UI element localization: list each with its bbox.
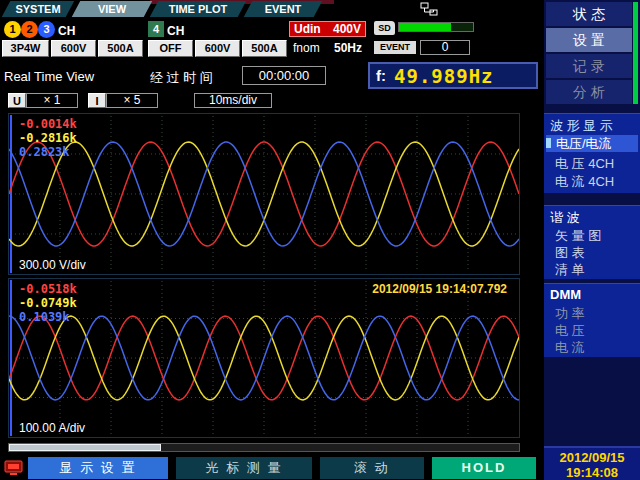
u-scale-value[interactable]: × 1 xyxy=(26,93,78,108)
current-value-ch3: 0.1039k xyxy=(19,310,70,324)
tab-event[interactable]: EVENT xyxy=(244,1,323,17)
elapsed-time-label: 经 过 时 间 xyxy=(150,69,213,87)
ch4-indicator: 4 xyxy=(148,21,164,37)
dmm-section: DMM 功 率 电 压 电 流 xyxy=(544,283,640,357)
dmm-section-title: DMM xyxy=(550,287,581,302)
timebase-value[interactable]: 10ms/div xyxy=(194,93,272,108)
ch2-indicator: 2 xyxy=(21,21,38,38)
sidebar-item-voltage-4ch[interactable]: 电 压 4CH xyxy=(555,155,614,173)
sidebar-item-analysis[interactable]: 分 析 xyxy=(546,80,632,104)
tab-system[interactable]: SYSTEM xyxy=(2,1,75,17)
sidebar-item-current-4ch[interactable]: 电 流 4CH xyxy=(555,173,614,191)
waveform-section-title: 波 形 显 示 xyxy=(550,117,613,135)
u-scale-button[interactable]: U xyxy=(8,93,26,108)
voltage-value-ch1: -0.0014k xyxy=(19,117,77,131)
current-value-ch2: -0.0749k xyxy=(19,296,77,310)
scrollbar-thumb[interactable] xyxy=(9,444,161,451)
ch4-current-button: 500A xyxy=(242,40,287,57)
waveform-display-section: 波 形 显 示 电压/电流 电 压 4CH 电 流 4CH xyxy=(544,113,640,193)
memory-gauge-fill xyxy=(399,23,451,31)
bottom-button-display-settings[interactable]: 显 示 设 置 xyxy=(28,457,168,479)
sidebar-item-graph[interactable]: 图 表 xyxy=(555,244,585,262)
ch3-indicator: 3 xyxy=(38,21,55,38)
frequency-display: f: 49.989Hz xyxy=(368,62,538,89)
waveform-scrollbar[interactable] xyxy=(8,443,520,452)
sidebar: 状 态 设 置 记 录 分 析 波 形 显 示 电压/电流 电 压 4CH 电 … xyxy=(544,0,640,480)
frequency-value: 49.989Hz xyxy=(394,65,494,87)
elapsed-time-value: 00:00:00 xyxy=(242,66,326,85)
sidebar-item-settings[interactable]: 设 置 xyxy=(546,28,632,52)
sidebar-accent-bar xyxy=(633,2,638,104)
ch123-label: CH xyxy=(58,24,75,38)
bottom-button-cursor-measure[interactable]: 光 标 测 量 xyxy=(176,457,312,479)
current-range-button: 500A xyxy=(98,40,143,57)
voltage-div-label: 300.00 V/div xyxy=(19,258,86,272)
current-waveform-plot: -0.0518k -0.0749k 0.1039k 2012/09/15 19:… xyxy=(8,278,520,438)
fnom-label: fnom xyxy=(293,41,320,55)
event-tag: EVENT xyxy=(374,41,416,54)
voltage-waveform-svg xyxy=(9,114,519,274)
sidebar-item-current[interactable]: 电 流 xyxy=(555,339,585,357)
sidebar-item-voltage-current[interactable]: 电压/电流 xyxy=(546,135,638,152)
network-icon xyxy=(420,2,438,16)
tab-view-label: VIEW xyxy=(76,1,148,17)
bottom-button-scroll[interactable]: 滚 动 xyxy=(320,457,424,479)
i-scale-value[interactable]: × 5 xyxy=(106,93,158,108)
ch4-voltage-button: 600V xyxy=(195,40,240,57)
selection-cursor-icon xyxy=(546,138,551,148)
sidebar-item-list[interactable]: 清 单 xyxy=(555,261,585,279)
sidebar-item-status[interactable]: 状 态 xyxy=(546,2,632,26)
waveform-timestamp: 2012/09/15 19:14:07.792 xyxy=(372,282,507,296)
i-scale-button[interactable]: I xyxy=(88,93,106,108)
current-div-label: 100.00 A/div xyxy=(19,421,85,435)
event-count: 0 xyxy=(420,40,470,55)
clock-date: 2012/09/15 xyxy=(544,450,640,465)
ch4-mode-button: OFF xyxy=(148,40,193,57)
harmonics-section-title: 谐 波 xyxy=(550,209,580,227)
ch4-label: CH xyxy=(167,24,184,38)
sidebar-item-vector[interactable]: 矢 量 图 xyxy=(555,227,601,245)
wiring-mode-button: 3P4W xyxy=(2,40,49,57)
fnom-value: 50Hz xyxy=(334,41,362,55)
harmonics-section: 谐 波 矢 量 图 图 表 清 单 xyxy=(544,205,640,279)
udin-value: 400V xyxy=(333,22,361,36)
tab-time-plot[interactable]: TIME PLOT xyxy=(150,1,247,17)
tab-view[interactable]: VIEW xyxy=(72,1,153,17)
sd-card-icon: SD xyxy=(374,21,395,35)
udin-label: Udin xyxy=(294,22,321,36)
clock-time: 19:14:08 xyxy=(544,465,640,480)
frequency-label: f: xyxy=(376,67,386,84)
tab-time-plot-label: TIME PLOT xyxy=(154,1,242,17)
clock-display: 2012/09/15 19:14:08 xyxy=(544,446,640,480)
sidebar-item-power[interactable]: 功 率 xyxy=(555,305,585,323)
tab-event-label: EVENT xyxy=(248,1,318,17)
udin-display: Udin 400V xyxy=(289,21,366,37)
analyzer-screen: SYSTEM VIEW TIME PLOT EVENT 1 2 3 CH 3P4… xyxy=(0,0,640,480)
current-waveform-svg xyxy=(9,279,519,437)
tab-system-label: SYSTEM xyxy=(6,1,70,17)
bottom-button-hold[interactable]: HOLD xyxy=(432,457,536,479)
voltage-value-ch3: 0.2823k xyxy=(19,145,70,159)
ch1-indicator: 1 xyxy=(4,21,21,38)
view-mode-title: Real Time View xyxy=(4,69,94,84)
display-icon xyxy=(4,460,24,476)
current-value-ch1: -0.0518k xyxy=(19,282,77,296)
sidebar-item-voltage[interactable]: 电 压 xyxy=(555,322,585,340)
voltage-value-ch2: -0.2816k xyxy=(19,131,77,145)
sidebar-item-record[interactable]: 记 录 xyxy=(546,54,632,78)
voltage-range-button: 600V xyxy=(51,40,96,57)
voltage-waveform-plot: -0.0014k -0.2816k 0.2823k 300.00 V/div xyxy=(8,113,520,275)
memory-gauge xyxy=(398,22,474,32)
fnom-display: fnom 50Hz xyxy=(289,41,366,55)
